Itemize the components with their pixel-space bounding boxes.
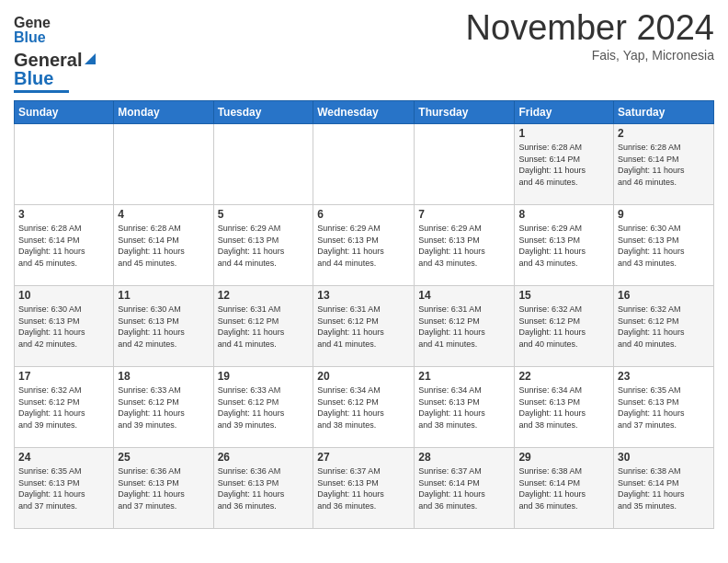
- calendar-cell: [313, 124, 415, 205]
- day-info: Sunrise: 6:30 AMSunset: 6:13 PMDaylight:…: [118, 304, 209, 350]
- day-number: 12: [218, 289, 310, 302]
- header-friday: Friday: [515, 101, 614, 124]
- calendar-week-3: 10Sunrise: 6:30 AMSunset: 6:13 PMDayligh…: [15, 286, 714, 367]
- day-number: 11: [118, 289, 209, 302]
- day-number: 30: [618, 451, 710, 464]
- day-info: Sunrise: 6:29 AMSunset: 6:13 PMDaylight:…: [218, 223, 310, 269]
- day-number: 21: [418, 370, 510, 383]
- day-info: Sunrise: 6:29 AMSunset: 6:13 PMDaylight:…: [418, 223, 510, 269]
- calendar-cell: [415, 124, 515, 205]
- calendar-cell: 18Sunrise: 6:33 AMSunset: 6:12 PMDayligh…: [114, 367, 213, 448]
- day-number: 10: [18, 289, 109, 302]
- day-info: Sunrise: 6:37 AMSunset: 6:13 PMDaylight:…: [317, 465, 410, 511]
- day-number: 5: [218, 208, 310, 221]
- day-info: Sunrise: 6:31 AMSunset: 6:12 PMDaylight:…: [418, 304, 510, 350]
- logo: General Blue General Blu: [14, 9, 97, 93]
- calendar-cell: 8Sunrise: 6:29 AMSunset: 6:13 PMDaylight…: [515, 205, 614, 286]
- calendar-cell: [15, 124, 114, 205]
- day-number: 17: [18, 370, 109, 383]
- calendar-cell: 15Sunrise: 6:32 AMSunset: 6:12 PMDayligh…: [515, 286, 614, 367]
- svg-text:General: General: [14, 15, 51, 30]
- calendar-cell: 5Sunrise: 6:29 AMSunset: 6:13 PMDaylight…: [213, 205, 313, 286]
- logo-icon: General Blue: [14, 9, 51, 50]
- calendar-cell: 29Sunrise: 6:38 AMSunset: 6:14 PMDayligh…: [515, 448, 614, 529]
- calendar-week-4: 17Sunrise: 6:32 AMSunset: 6:12 PMDayligh…: [15, 367, 714, 448]
- calendar-cell: 26Sunrise: 6:36 AMSunset: 6:13 PMDayligh…: [213, 448, 313, 529]
- day-info: Sunrise: 6:35 AMSunset: 6:13 PMDaylight:…: [18, 465, 109, 511]
- day-info: Sunrise: 6:38 AMSunset: 6:14 PMDaylight:…: [618, 465, 710, 511]
- day-number: 28: [418, 451, 510, 464]
- day-number: 20: [317, 370, 410, 383]
- day-info: Sunrise: 6:31 AMSunset: 6:12 PMDaylight:…: [218, 304, 310, 350]
- day-number: 18: [118, 370, 209, 383]
- header-wednesday: Wednesday: [313, 101, 415, 124]
- day-info: Sunrise: 6:36 AMSunset: 6:13 PMDaylight:…: [218, 465, 310, 511]
- location: Fais, Yap, Micronesia: [466, 48, 714, 63]
- day-info: Sunrise: 6:29 AMSunset: 6:13 PMDaylight:…: [317, 223, 410, 269]
- svg-text:Blue: Blue: [14, 29, 46, 45]
- calendar-cell: 11Sunrise: 6:30 AMSunset: 6:13 PMDayligh…: [114, 286, 213, 367]
- calendar-cell: 21Sunrise: 6:34 AMSunset: 6:13 PMDayligh…: [415, 367, 515, 448]
- day-number: 14: [418, 289, 510, 302]
- calendar-cell: 20Sunrise: 6:34 AMSunset: 6:12 PMDayligh…: [313, 367, 415, 448]
- calendar-cell: 30Sunrise: 6:38 AMSunset: 6:14 PMDayligh…: [614, 448, 714, 529]
- day-info: Sunrise: 6:33 AMSunset: 6:12 PMDaylight:…: [218, 385, 310, 431]
- day-number: 26: [218, 451, 310, 464]
- day-number: 8: [518, 208, 609, 221]
- day-number: 16: [618, 289, 710, 302]
- day-number: 4: [118, 208, 209, 221]
- day-info: Sunrise: 6:28 AMSunset: 6:14 PMDaylight:…: [618, 142, 710, 188]
- day-info: Sunrise: 6:31 AMSunset: 6:12 PMDaylight:…: [317, 304, 410, 350]
- calendar-cell: 16Sunrise: 6:32 AMSunset: 6:12 PMDayligh…: [614, 286, 714, 367]
- day-number: 2: [618, 127, 710, 140]
- calendar-cell: 7Sunrise: 6:29 AMSunset: 6:13 PMDaylight…: [415, 205, 515, 286]
- calendar-header-row: Sunday Monday Tuesday Wednesday Thursday…: [15, 101, 714, 124]
- day-info: Sunrise: 6:32 AMSunset: 6:12 PMDaylight:…: [18, 385, 109, 431]
- header-thursday: Thursday: [415, 101, 515, 124]
- day-info: Sunrise: 6:34 AMSunset: 6:12 PMDaylight:…: [317, 385, 410, 431]
- day-info: Sunrise: 6:30 AMSunset: 6:13 PMDaylight:…: [618, 223, 710, 269]
- calendar-week-2: 3Sunrise: 6:28 AMSunset: 6:14 PMDaylight…: [15, 205, 714, 286]
- header-tuesday: Tuesday: [213, 101, 313, 124]
- day-number: 23: [618, 370, 710, 383]
- calendar-week-1: 1Sunrise: 6:28 AMSunset: 6:14 PMDaylight…: [15, 124, 714, 205]
- day-info: Sunrise: 6:35 AMSunset: 6:13 PMDaylight:…: [618, 385, 710, 431]
- day-number: 27: [317, 451, 410, 464]
- day-number: 19: [218, 370, 310, 383]
- calendar-cell: 9Sunrise: 6:30 AMSunset: 6:13 PMDaylight…: [614, 205, 714, 286]
- calendar-cell: 12Sunrise: 6:31 AMSunset: 6:12 PMDayligh…: [213, 286, 313, 367]
- calendar-cell: [213, 124, 313, 205]
- day-number: 9: [618, 208, 710, 221]
- title-area: November 2024 Fais, Yap, Micronesia: [466, 9, 714, 63]
- calendar-table: Sunday Monday Tuesday Wednesday Thursday…: [14, 100, 714, 529]
- day-number: 29: [518, 451, 609, 464]
- logo-underline: [14, 90, 69, 93]
- header-sunday: Sunday: [15, 101, 114, 124]
- day-info: Sunrise: 6:28 AMSunset: 6:14 PMDaylight:…: [518, 142, 609, 188]
- day-info: Sunrise: 6:28 AMSunset: 6:14 PMDaylight:…: [18, 223, 109, 269]
- day-number: 1: [518, 127, 609, 140]
- logo-general: General: [14, 50, 82, 70]
- calendar-cell: 3Sunrise: 6:28 AMSunset: 6:14 PMDaylight…: [15, 205, 114, 286]
- calendar-cell: 19Sunrise: 6:33 AMSunset: 6:12 PMDayligh…: [213, 367, 313, 448]
- page-header: General Blue General Blu: [14, 9, 714, 93]
- day-number: 7: [418, 208, 510, 221]
- svg-marker-3: [85, 53, 96, 64]
- day-info: Sunrise: 6:38 AMSunset: 6:14 PMDaylight:…: [518, 465, 609, 511]
- day-info: Sunrise: 6:34 AMSunset: 6:13 PMDaylight:…: [418, 385, 510, 431]
- day-info: Sunrise: 6:32 AMSunset: 6:12 PMDaylight:…: [518, 304, 609, 350]
- day-info: Sunrise: 6:32 AMSunset: 6:12 PMDaylight:…: [618, 304, 710, 350]
- calendar-cell: 4Sunrise: 6:28 AMSunset: 6:14 PMDaylight…: [114, 205, 213, 286]
- calendar-cell: 1Sunrise: 6:28 AMSunset: 6:14 PMDaylight…: [515, 124, 614, 205]
- logo-arrow-icon: [83, 52, 97, 66]
- header-monday: Monday: [114, 101, 213, 124]
- calendar-cell: 6Sunrise: 6:29 AMSunset: 6:13 PMDaylight…: [313, 205, 415, 286]
- calendar-cell: 17Sunrise: 6:32 AMSunset: 6:12 PMDayligh…: [15, 367, 114, 448]
- day-info: Sunrise: 6:28 AMSunset: 6:14 PMDaylight:…: [118, 223, 209, 269]
- calendar-cell: 27Sunrise: 6:37 AMSunset: 6:13 PMDayligh…: [313, 448, 415, 529]
- day-number: 24: [18, 451, 109, 464]
- day-number: 15: [518, 289, 609, 302]
- day-number: 25: [118, 451, 209, 464]
- day-info: Sunrise: 6:37 AMSunset: 6:14 PMDaylight:…: [418, 465, 510, 511]
- logo-blue: Blue: [14, 68, 53, 88]
